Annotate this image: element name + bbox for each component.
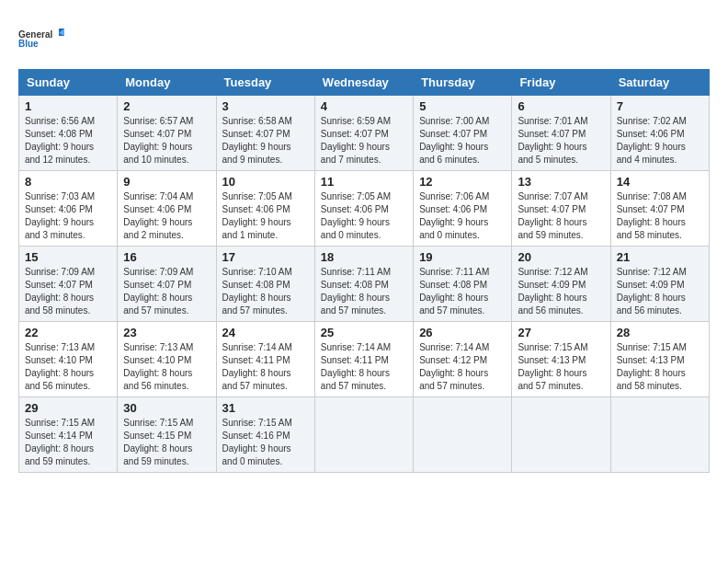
week-row-2: 8 Sunrise: 7:03 AM Sunset: 4:06 PM Dayli… bbox=[19, 171, 710, 247]
calendar-cell: 23 Sunrise: 7:13 AM Sunset: 4:10 PM Dayl… bbox=[118, 322, 216, 397]
calendar-cell bbox=[414, 397, 512, 473]
day-info: Sunrise: 7:07 AM Sunset: 4:07 PM Dayligh… bbox=[518, 190, 604, 242]
day-number: 26 bbox=[419, 326, 506, 339]
day-info: Sunrise: 6:56 AM Sunset: 4:08 PM Dayligh… bbox=[25, 115, 111, 167]
calendar-cell: 8 Sunrise: 7:03 AM Sunset: 4:06 PM Dayli… bbox=[19, 171, 118, 247]
day-number: 6 bbox=[518, 99, 604, 113]
day-info: Sunrise: 7:05 AM Sunset: 4:06 PM Dayligh… bbox=[222, 190, 309, 242]
calendar-cell: 17 Sunrise: 7:10 AM Sunset: 4:08 PM Dayl… bbox=[216, 247, 314, 322]
day-number: 11 bbox=[321, 175, 407, 189]
day-info: Sunrise: 7:11 AM Sunset: 4:08 PM Dayligh… bbox=[321, 266, 407, 317]
svg-text:Blue: Blue bbox=[18, 39, 39, 49]
calendar-cell: 13 Sunrise: 7:07 AM Sunset: 4:07 PM Dayl… bbox=[512, 171, 610, 247]
calendar-cell: 25 Sunrise: 7:14 AM Sunset: 4:11 PM Dayl… bbox=[314, 322, 413, 397]
day-info: Sunrise: 7:02 AM Sunset: 4:06 PM Dayligh… bbox=[617, 115, 703, 167]
calendar-cell bbox=[314, 397, 413, 473]
day-info: Sunrise: 7:04 AM Sunset: 4:06 PM Dayligh… bbox=[123, 190, 210, 242]
day-number: 15 bbox=[25, 250, 111, 264]
calendar-cell: 3 Sunrise: 6:58 AM Sunset: 4:07 PM Dayli… bbox=[216, 96, 314, 171]
calendar-cell: 12 Sunrise: 7:06 AM Sunset: 4:06 PM Dayl… bbox=[414, 171, 512, 247]
col-header-monday: Monday bbox=[118, 70, 216, 96]
day-number: 14 bbox=[617, 175, 703, 189]
day-info: Sunrise: 7:01 AM Sunset: 4:07 PM Dayligh… bbox=[518, 115, 604, 167]
day-info: Sunrise: 7:08 AM Sunset: 4:07 PM Dayligh… bbox=[617, 190, 703, 242]
day-number: 12 bbox=[419, 175, 506, 189]
day-number: 29 bbox=[25, 401, 111, 415]
day-info: Sunrise: 7:15 AM Sunset: 4:13 PM Dayligh… bbox=[617, 341, 703, 393]
calendar-cell: 24 Sunrise: 7:14 AM Sunset: 4:11 PM Dayl… bbox=[216, 322, 314, 397]
calendar-cell: 15 Sunrise: 7:09 AM Sunset: 4:07 PM Dayl… bbox=[19, 247, 118, 322]
day-info: Sunrise: 7:14 AM Sunset: 4:11 PM Dayligh… bbox=[222, 341, 309, 393]
svg-text:General: General bbox=[18, 29, 52, 40]
day-info: Sunrise: 7:09 AM Sunset: 4:07 PM Dayligh… bbox=[25, 266, 111, 317]
day-number: 5 bbox=[419, 99, 506, 113]
day-info: Sunrise: 7:12 AM Sunset: 4:09 PM Dayligh… bbox=[518, 266, 604, 317]
day-info: Sunrise: 7:13 AM Sunset: 4:10 PM Dayligh… bbox=[123, 341, 210, 393]
day-number: 25 bbox=[321, 326, 407, 339]
calendar-cell: 28 Sunrise: 7:15 AM Sunset: 4:13 PM Dayl… bbox=[610, 322, 709, 397]
day-number: 9 bbox=[123, 175, 210, 189]
day-number: 21 bbox=[617, 250, 703, 264]
day-number: 16 bbox=[123, 250, 210, 264]
calendar-cell bbox=[610, 397, 709, 473]
calendar-cell: 31 Sunrise: 7:15 AM Sunset: 4:16 PM Dayl… bbox=[216, 397, 314, 473]
calendar-cell: 10 Sunrise: 7:05 AM Sunset: 4:06 PM Dayl… bbox=[216, 171, 314, 247]
day-number: 13 bbox=[518, 175, 604, 189]
calendar-cell: 16 Sunrise: 7:09 AM Sunset: 4:07 PM Dayl… bbox=[118, 247, 216, 322]
calendar-cell: 19 Sunrise: 7:11 AM Sunset: 4:08 PM Dayl… bbox=[414, 247, 512, 322]
day-number: 24 bbox=[222, 326, 309, 339]
day-info: Sunrise: 7:15 AM Sunset: 4:13 PM Dayligh… bbox=[518, 341, 604, 393]
calendar-cell bbox=[512, 397, 610, 473]
day-number: 23 bbox=[123, 326, 210, 339]
header-row: SundayMondayTuesdayWednesdayThursdayFrid… bbox=[19, 70, 710, 96]
day-number: 19 bbox=[419, 250, 506, 264]
day-info: Sunrise: 7:12 AM Sunset: 4:09 PM Dayligh… bbox=[617, 266, 703, 317]
day-number: 1 bbox=[25, 99, 111, 113]
day-info: Sunrise: 6:57 AM Sunset: 4:07 PM Dayligh… bbox=[123, 115, 210, 167]
week-row-5: 29 Sunrise: 7:15 AM Sunset: 4:14 PM Dayl… bbox=[19, 397, 710, 473]
day-info: Sunrise: 7:15 AM Sunset: 4:16 PM Dayligh… bbox=[222, 417, 309, 468]
week-row-4: 22 Sunrise: 7:13 AM Sunset: 4:10 PM Dayl… bbox=[19, 322, 710, 397]
day-number: 27 bbox=[518, 326, 604, 339]
calendar-cell: 29 Sunrise: 7:15 AM Sunset: 4:14 PM Dayl… bbox=[19, 397, 118, 473]
day-number: 4 bbox=[321, 99, 407, 113]
day-info: Sunrise: 7:15 AM Sunset: 4:15 PM Dayligh… bbox=[123, 417, 210, 468]
day-number: 3 bbox=[222, 99, 309, 113]
col-header-friday: Friday bbox=[512, 70, 610, 96]
header: General Blue bbox=[18, 18, 710, 60]
day-number: 30 bbox=[123, 401, 210, 415]
calendar-table: SundayMondayTuesdayWednesdayThursdayFrid… bbox=[18, 69, 710, 473]
calendar-cell: 9 Sunrise: 7:04 AM Sunset: 4:06 PM Dayli… bbox=[118, 171, 216, 247]
calendar-cell: 30 Sunrise: 7:15 AM Sunset: 4:15 PM Dayl… bbox=[118, 397, 216, 473]
day-number: 22 bbox=[25, 326, 111, 339]
day-info: Sunrise: 7:00 AM Sunset: 4:07 PM Dayligh… bbox=[419, 115, 506, 167]
calendar-cell: 21 Sunrise: 7:12 AM Sunset: 4:09 PM Dayl… bbox=[610, 247, 709, 322]
day-info: Sunrise: 6:59 AM Sunset: 4:07 PM Dayligh… bbox=[321, 115, 407, 167]
day-number: 20 bbox=[518, 250, 604, 264]
calendar-cell: 11 Sunrise: 7:05 AM Sunset: 4:06 PM Dayl… bbox=[314, 171, 413, 247]
calendar-cell: 20 Sunrise: 7:12 AM Sunset: 4:09 PM Dayl… bbox=[512, 247, 610, 322]
col-header-tuesday: Tuesday bbox=[216, 70, 314, 96]
week-row-1: 1 Sunrise: 6:56 AM Sunset: 4:08 PM Dayli… bbox=[19, 96, 710, 171]
calendar-cell: 18 Sunrise: 7:11 AM Sunset: 4:08 PM Dayl… bbox=[314, 247, 413, 322]
col-header-wednesday: Wednesday bbox=[314, 70, 413, 96]
day-number: 2 bbox=[123, 99, 210, 113]
col-header-saturday: Saturday bbox=[610, 70, 709, 96]
day-info: Sunrise: 7:14 AM Sunset: 4:11 PM Dayligh… bbox=[321, 341, 407, 393]
page-container: General Blue SundayMondayTuesdayWednesda… bbox=[18, 18, 710, 473]
day-info: Sunrise: 7:14 AM Sunset: 4:12 PM Dayligh… bbox=[419, 341, 506, 393]
day-info: Sunrise: 7:06 AM Sunset: 4:06 PM Dayligh… bbox=[419, 190, 506, 242]
calendar-cell: 4 Sunrise: 6:59 AM Sunset: 4:07 PM Dayli… bbox=[314, 96, 413, 171]
day-info: Sunrise: 7:03 AM Sunset: 4:06 PM Dayligh… bbox=[25, 190, 111, 242]
day-number: 10 bbox=[222, 175, 309, 189]
day-info: Sunrise: 7:15 AM Sunset: 4:14 PM Dayligh… bbox=[25, 417, 111, 468]
day-number: 31 bbox=[222, 401, 309, 415]
calendar-cell: 2 Sunrise: 6:57 AM Sunset: 4:07 PM Dayli… bbox=[118, 96, 216, 171]
calendar-cell: 22 Sunrise: 7:13 AM Sunset: 4:10 PM Dayl… bbox=[19, 322, 118, 397]
logo-svg: General Blue bbox=[18, 18, 64, 60]
day-info: Sunrise: 7:11 AM Sunset: 4:08 PM Dayligh… bbox=[419, 266, 506, 317]
day-info: Sunrise: 6:58 AM Sunset: 4:07 PM Dayligh… bbox=[222, 115, 309, 167]
calendar-cell: 27 Sunrise: 7:15 AM Sunset: 4:13 PM Dayl… bbox=[512, 322, 610, 397]
calendar-cell: 1 Sunrise: 6:56 AM Sunset: 4:08 PM Dayli… bbox=[19, 96, 118, 171]
logo: General Blue bbox=[18, 18, 64, 60]
